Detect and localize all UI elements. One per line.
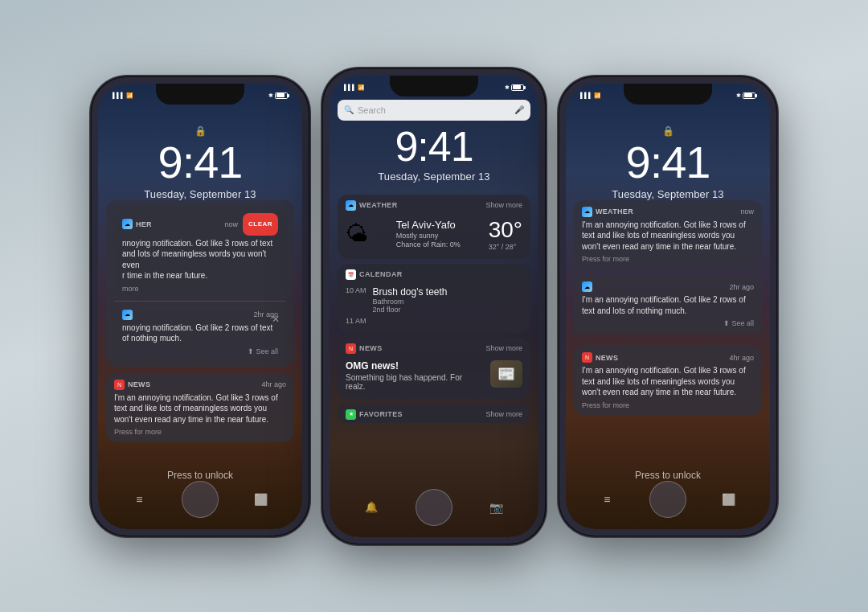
widget-favorites-app-info: ★ FAVORITES bbox=[346, 409, 403, 420]
widget-calendar-icon: 📅 bbox=[346, 269, 356, 280]
news-sub: Something big has happend. For realz. bbox=[346, 373, 484, 391]
calendar-event-title: Brush dog's teeth bbox=[373, 286, 448, 298]
bottom-bar-middle: 🔔 📷 bbox=[330, 489, 538, 526]
battery-right bbox=[743, 92, 755, 99]
bt-icon-middle: ✱ bbox=[505, 84, 510, 91]
widget-favorites-header: ★ FAVORITES Show more bbox=[338, 404, 530, 423]
sun-icon: 🌤 bbox=[346, 220, 368, 247]
signal-icon-middle: ▌▌▌ bbox=[344, 84, 356, 90]
widget-favorites-icon: ★ bbox=[346, 409, 356, 420]
weather-city: Tel Aviv-Yafo bbox=[396, 219, 461, 231]
home-button-middle[interactable] bbox=[416, 489, 452, 526]
weather-range: 32° / 28° bbox=[489, 243, 522, 251]
status-bar-middle: ▌▌▌ 📶 ✱ bbox=[330, 80, 538, 96]
phone-left-screen: ▌▌▌ 📶 ✱ 🔒 9:41 Tuesday, September 13 bbox=[98, 84, 302, 529]
phone-middle: ▌▌▌ 📶 ✱ 🔍 Search 🎤 9:41 Tuesday bbox=[323, 69, 545, 544]
wifi-icon-left: 📶 bbox=[126, 92, 133, 99]
weather-temp: 30° bbox=[489, 217, 522, 243]
widget-news-middle[interactable]: N NEWS Show more OMG news! Something big… bbox=[338, 338, 530, 399]
phone-middle-screen: ▌▌▌ 📶 ✱ 🔍 Search 🎤 9:41 Tuesday bbox=[330, 76, 538, 537]
calendar-next-time: 11 AM bbox=[346, 317, 522, 325]
widget-favorites-name: FAVORITES bbox=[359, 410, 403, 418]
status-bar-left: ▌▌▌ 📶 ✱ bbox=[98, 88, 302, 104]
widget-favorites-show-more[interactable]: Show more bbox=[485, 410, 522, 418]
today-time-middle: 9:41 Tuesday, September 13 bbox=[330, 125, 538, 183]
calendar-time: 10 AM bbox=[346, 286, 366, 294]
bt-icon-right: ✱ bbox=[736, 92, 741, 99]
signal-icon-right: ▌▌▌ bbox=[580, 92, 592, 98]
calendar-event-details: Brush dog's teeth Bathroom 2nd floor bbox=[373, 286, 448, 314]
lock-icon-left: 🔒 bbox=[194, 125, 207, 137]
mic-icon-middle: 🎤 bbox=[514, 105, 524, 114]
widget-weather-show-more[interactable]: Show more bbox=[485, 201, 522, 209]
phones-container: ▌▌▌ 📶 ✱ 🔒 9:41 Tuesday, September 13 bbox=[76, 0, 792, 612]
weather-info-middle: Tel Aviv-Yafo Mostly sunny Chance of Rai… bbox=[396, 219, 461, 248]
calendar-event-location: Bathroom bbox=[373, 298, 448, 306]
widget-calendar-app-info: 📅 CALENDAR bbox=[346, 269, 403, 280]
battery-fill-middle bbox=[513, 85, 521, 89]
battery-fill-right bbox=[744, 93, 752, 97]
widget-calendar-middle[interactable]: 📅 CALENDAR 10 AM Brush dog's teeth Bathr… bbox=[338, 264, 530, 333]
search-placeholder-middle: Search bbox=[358, 105, 510, 115]
widget-news-show-more[interactable]: Show more bbox=[485, 344, 522, 352]
widget-news-header: N NEWS Show more bbox=[338, 338, 530, 357]
status-right-middle: ✱ bbox=[505, 84, 524, 91]
weather-condition: Mostly sunny bbox=[396, 232, 461, 240]
widget-news-body: OMG news! Something big has happend. For… bbox=[338, 357, 530, 399]
battery-icon-left bbox=[275, 92, 288, 99]
signal-icon-left: ▌▌▌ bbox=[113, 92, 125, 98]
widget-news-app-info: N NEWS bbox=[346, 343, 383, 354]
widget-weather-app-info: ☁ WEATHER bbox=[346, 200, 398, 211]
time-left: 9:41 bbox=[158, 140, 243, 185]
news-thumbnail: 📰 bbox=[490, 360, 522, 388]
calendar-time-col: 10 AM bbox=[346, 286, 366, 294]
status-right-right: ✱ bbox=[736, 92, 755, 99]
widget-weather-middle[interactable]: ☁ WEATHER Show more 🌤 Tel Aviv-Yafo Most… bbox=[338, 195, 530, 259]
widget-weather-name: WEATHER bbox=[359, 201, 398, 209]
widget-weather-header: ☁ WEATHER Show more bbox=[338, 195, 530, 214]
date-left: Tuesday, September 13 bbox=[144, 188, 256, 200]
widget-favorites-middle[interactable]: ★ FAVORITES Show more bbox=[338, 404, 530, 423]
lock-icon-right: 🔒 bbox=[662, 125, 674, 137]
date-right: Tuesday, September 13 bbox=[612, 188, 723, 200]
widget-calendar-name: CALENDAR bbox=[359, 270, 403, 278]
phone-left: ▌▌▌ 📶 ✱ 🔒 9:41 Tuesday, September 13 bbox=[92, 77, 309, 536]
widget-news-icon: N bbox=[346, 343, 356, 354]
today-widgets-middle: ☁ WEATHER Show more 🌤 Tel Aviv-Yafo Most… bbox=[338, 195, 530, 423]
widget-calendar-header: 📅 CALENDAR bbox=[338, 264, 530, 283]
date-middle: Tuesday, September 13 bbox=[330, 170, 538, 183]
weather-temp-area: 30° 32° / 28° bbox=[489, 217, 522, 251]
search-bar-middle[interactable]: 🔍 Search 🎤 bbox=[338, 100, 530, 121]
widget-weather-body: 🌤 Tel Aviv-Yafo Mostly sunny Chance of R… bbox=[338, 214, 530, 259]
bluetooth-icon-left: ✱ bbox=[268, 92, 273, 99]
bell-icon-middle[interactable]: 🔔 bbox=[363, 502, 379, 513]
calendar-event-floor: 2nd floor bbox=[373, 306, 448, 314]
time-right: 9:41 bbox=[626, 140, 710, 185]
time-middle: 9:41 bbox=[330, 125, 538, 167]
battery-middle bbox=[511, 84, 524, 91]
widget-calendar-body: 10 AM Brush dog's teeth Bathroom 2nd flo… bbox=[338, 283, 530, 333]
lock-content-right: 🔒 9:41 Tuesday, September 13 bbox=[566, 84, 770, 529]
status-right-left: ✱ bbox=[268, 92, 288, 99]
status-left-right: ▌▌▌ 📶 bbox=[580, 92, 601, 99]
calendar-event-row: 10 AM Brush dog's teeth Bathroom 2nd flo… bbox=[346, 286, 522, 314]
camera-icon-middle[interactable]: 📷 bbox=[489, 502, 505, 513]
status-bar-right: ▌▌▌ 📶 ✱ bbox=[566, 88, 770, 104]
phone-right: ▌▌▌ 📶 ✱ 🔒 9:41 Tuesday, September 13 bbox=[559, 77, 776, 536]
widget-weather-icon: ☁ bbox=[346, 200, 356, 211]
status-left-middle: ▌▌▌ 📶 bbox=[344, 84, 365, 91]
weather-rain: Chance of Rain: 0% bbox=[396, 240, 461, 248]
wifi-icon-right: 📶 bbox=[594, 92, 601, 99]
status-left-left: ▌▌▌ 📶 bbox=[113, 92, 133, 99]
news-text-middle: OMG news! Something big has happend. For… bbox=[346, 360, 484, 391]
widget-news-name: NEWS bbox=[359, 344, 383, 352]
phone-right-screen: ▌▌▌ 📶 ✱ 🔒 9:41 Tuesday, September 13 bbox=[566, 84, 770, 529]
battery-fill-left bbox=[276, 93, 285, 97]
search-icon-middle: 🔍 bbox=[344, 105, 354, 114]
wifi-icon-middle: 📶 bbox=[358, 84, 365, 91]
lock-content-left: 🔒 9:41 Tuesday, September 13 bbox=[98, 84, 302, 529]
news-headline: OMG news! bbox=[346, 360, 484, 372]
